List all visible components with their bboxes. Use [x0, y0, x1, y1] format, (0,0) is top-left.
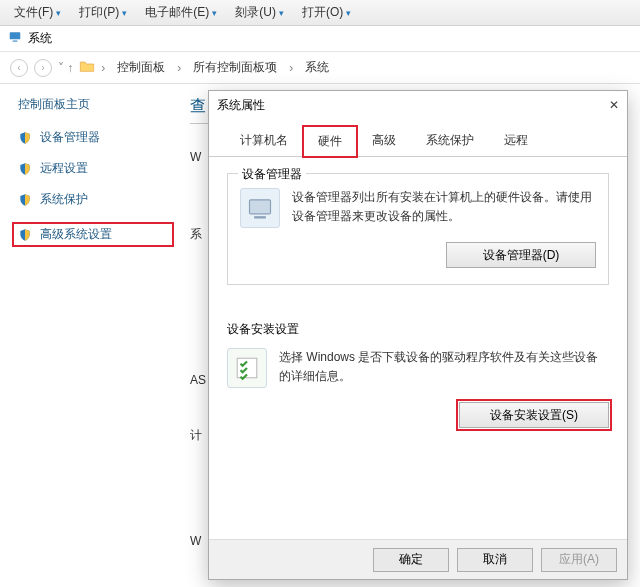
close-icon[interactable]: ✕: [609, 98, 619, 112]
sidebar-item-label: 远程设置: [40, 160, 88, 177]
nav-up-arrow[interactable]: ˅ ↑: [58, 61, 73, 75]
shield-icon: [18, 131, 32, 145]
tab-advanced[interactable]: 高级: [357, 125, 411, 156]
breadcrumb-root[interactable]: 控制面板: [111, 57, 171, 78]
nav-forward-button[interactable]: ›: [34, 59, 52, 77]
breadcrumb-sep: ›: [177, 61, 181, 75]
device-manager-button[interactable]: 设备管理器(D): [446, 242, 596, 268]
window-title-bar: 系统: [0, 26, 640, 52]
svg-rect-0: [10, 32, 21, 39]
dialog-titlebar: 系统属性 ✕: [209, 91, 627, 119]
dialog-footer: 确定 取消 应用(A): [209, 539, 627, 579]
sidebar-item-device-manager[interactable]: 设备管理器: [18, 129, 174, 146]
sidebar-item-advanced[interactable]: 高级系统设置: [12, 222, 174, 247]
menu-bar: 文件(F)▾ 打印(P)▾ 电子邮件(E)▾ 刻录(U)▾ 打开(O)▾: [0, 0, 640, 26]
shield-icon: [18, 193, 32, 207]
sidebar-item-label: 设备管理器: [40, 129, 100, 146]
menu-print[interactable]: 打印(P)▾: [71, 1, 135, 24]
group-title: 设备安装设置: [227, 321, 609, 338]
svg-rect-2: [250, 200, 271, 214]
svg-rect-1: [13, 41, 18, 42]
menu-burn[interactable]: 刻录(U)▾: [227, 1, 292, 24]
nav-row: ‹ › ˅ ↑ › 控制面板 › 所有控制面板项 › 系统: [0, 52, 640, 84]
sidebar: 控制面板主页 设备管理器 远程设置 系统保护 高级系统设置: [0, 84, 180, 261]
svg-rect-3: [254, 216, 266, 218]
tab-hardware[interactable]: 硬件: [303, 126, 357, 157]
group-desc: 选择 Windows 是否下载设备的驱动程序软件及有关这些设备的详细信息。: [279, 348, 609, 386]
system-icon: [8, 30, 22, 47]
dialog-tabs: 计算机名 硬件 高级 系统保护 远程: [209, 119, 627, 157]
group-device-manager: 设备管理器 设备管理器列出所有安装在计算机上的硬件设备。请使用设备管理器来更改设…: [227, 173, 609, 285]
window-title: 系统: [28, 30, 52, 47]
system-properties-dialog: 系统属性 ✕ 计算机名 硬件 高级 系统保护 远程 设备管理器 设备管理器列出所…: [208, 90, 628, 580]
sidebar-home[interactable]: 控制面板主页: [18, 96, 174, 113]
shield-icon: [18, 162, 32, 176]
device-install-icon: [227, 348, 267, 388]
dialog-title: 系统属性: [217, 97, 265, 114]
apply-button[interactable]: 应用(A): [541, 548, 617, 572]
breadcrumb-mid[interactable]: 所有控制面板项: [187, 57, 283, 78]
sidebar-item-protection[interactable]: 系统保护: [18, 191, 174, 208]
tab-remote[interactable]: 远程: [489, 125, 543, 156]
group-title: 设备管理器: [238, 166, 306, 183]
cancel-button[interactable]: 取消: [457, 548, 533, 572]
menu-open[interactable]: 打开(O)▾: [294, 1, 359, 24]
folder-icon: [79, 59, 95, 76]
sidebar-item-remote[interactable]: 远程设置: [18, 160, 174, 177]
group-desc: 设备管理器列出所有安装在计算机上的硬件设备。请使用设备管理器来更改设备的属性。: [292, 188, 596, 226]
breadcrumb-sep: ›: [289, 61, 293, 75]
tab-computer-name[interactable]: 计算机名: [225, 125, 303, 156]
device-install-settings-button[interactable]: 设备安装设置(S): [459, 402, 609, 428]
sidebar-item-label: 系统保护: [40, 191, 88, 208]
shield-icon: [18, 228, 32, 242]
menu-email[interactable]: 电子邮件(E)▾: [137, 1, 225, 24]
nav-back-button[interactable]: ‹: [10, 59, 28, 77]
group-device-install: 设备安装设置 选择 Windows 是否下载设备的驱动程序软件及有关这些设备的详…: [227, 307, 609, 444]
device-manager-icon: [240, 188, 280, 228]
sidebar-item-label: 高级系统设置: [40, 226, 112, 243]
breadcrumb-leaf[interactable]: 系统: [299, 57, 335, 78]
ok-button[interactable]: 确定: [373, 548, 449, 572]
tab-system-protection[interactable]: 系统保护: [411, 125, 489, 156]
breadcrumb-sep: ›: [101, 61, 105, 75]
tab-body: 设备管理器 设备管理器列出所有安装在计算机上的硬件设备。请使用设备管理器来更改设…: [209, 157, 627, 482]
menu-file[interactable]: 文件(F)▾: [6, 1, 69, 24]
